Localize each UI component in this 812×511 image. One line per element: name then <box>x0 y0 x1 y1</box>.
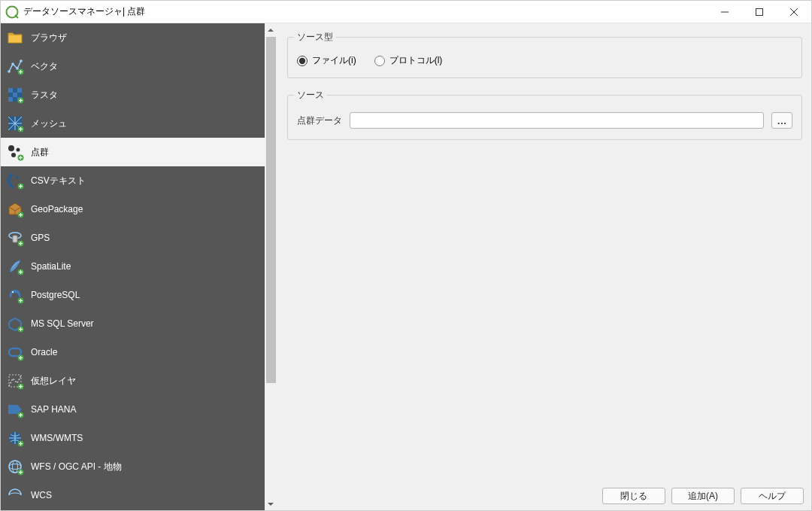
browse-button[interactable]: … <box>771 112 792 129</box>
content-panel: ソース型 ファイル(i) プロトコル(l) ソース 点群データ <box>277 23 811 510</box>
sidebar-item-label: ベクタ <box>31 60 58 73</box>
sidebar-item-virtual[interactable]: 仮想レイヤ <box>1 367 265 395</box>
sidebar-item-csv[interactable]: CSVテキスト <box>1 166 265 195</box>
sidebar-item-pointcloud[interactable]: 点群 <box>1 138 265 166</box>
svg-point-7 <box>11 62 14 65</box>
csv-icon <box>7 172 23 189</box>
radio-file-label: ファイル(i) <box>312 54 356 67</box>
sidebar-item-label: GeoPackage <box>31 204 83 214</box>
sidebar-item-mesh[interactable]: メッシュ <box>1 109 265 138</box>
sidebar-item-label: WCS <box>31 490 52 500</box>
virtual-layer-icon <box>7 373 23 389</box>
sidebar-item-wcs[interactable]: WCS <box>1 481 265 509</box>
add-button[interactable]: 追加(A) <box>671 488 735 504</box>
oracle-icon <box>7 344 23 360</box>
maximize-button[interactable] <box>742 1 777 23</box>
geopackage-icon <box>7 201 23 217</box>
saphana-icon <box>7 401 23 418</box>
svg-line-1 <box>15 15 18 18</box>
sidebar-item-label: 点群 <box>31 146 49 159</box>
sidebar-item-geopackage[interactable]: GeoPackage <box>1 195 265 224</box>
globe-wire-icon <box>7 458 23 475</box>
pointcloud-path-input[interactable] <box>350 112 764 129</box>
minimize-button[interactable] <box>707 1 742 23</box>
svg-point-32 <box>16 175 19 178</box>
database-icon <box>7 315 23 332</box>
sidebar-item-browser[interactable]: ブラウザ <box>1 23 265 52</box>
sidebar-item-label: GPS <box>31 233 50 243</box>
sidebar-item-label: ブラウザ <box>31 32 67 44</box>
svg-point-28 <box>11 153 16 157</box>
ellipsis-icon: … <box>777 115 786 126</box>
svg-point-9 <box>20 59 23 62</box>
svg-rect-17 <box>8 97 13 102</box>
scroll-up-arrow-icon[interactable] <box>265 23 277 36</box>
vector-icon <box>7 58 23 75</box>
sidebar-item-gps[interactable]: GPS <box>1 224 265 252</box>
radio-file[interactable]: ファイル(i) <box>297 54 356 67</box>
sidebar-item-mssql[interactable]: MS SQL Server <box>1 309 265 338</box>
radio-protocol-input[interactable] <box>374 56 385 66</box>
source-field-label: 点群データ <box>297 114 342 127</box>
mesh-icon <box>7 115 23 132</box>
radio-file-input[interactable] <box>297 56 308 66</box>
sidebar-item-label: PostgreSQL <box>31 290 80 300</box>
sidebar-item-label: Oracle <box>31 347 57 357</box>
radio-protocol-label: プロトコル(l) <box>389 54 443 67</box>
source-type-legend: ソース型 <box>294 31 336 44</box>
help-button[interactable]: ヘルプ <box>741 488 804 504</box>
source-group: ソース 点群データ … <box>287 89 802 140</box>
window-title: データソースマネージャ| 点群 <box>23 5 145 18</box>
sidebar-item-label: 仮想レイヤ <box>31 375 76 388</box>
feather-icon <box>7 258 23 275</box>
svg-rect-3 <box>756 8 763 15</box>
close-window-button[interactable] <box>777 1 811 23</box>
sidebar-item-label: MS SQL Server <box>31 318 94 329</box>
gps-icon <box>7 230 23 246</box>
sidebar-item-raster[interactable]: ラスタ <box>1 81 265 109</box>
sidebar-item-spatialite[interactable]: SpatiaLite <box>1 252 265 281</box>
svg-point-26 <box>8 145 14 151</box>
elephant-icon <box>7 287 23 303</box>
sidebar-item-label: ラスタ <box>31 89 58 102</box>
pointcloud-icon <box>7 144 23 160</box>
titlebar: データソースマネージャ| 点群 <box>1 1 811 23</box>
sidebar-item-label: メッシュ <box>31 117 67 130</box>
svg-rect-14 <box>8 88 13 93</box>
sidebar-item-label: SpatiaLite <box>31 261 71 272</box>
app-icon <box>5 5 19 19</box>
source-legend: ソース <box>294 89 327 102</box>
button-bar: 閉じる 追加(A) ヘルプ <box>277 483 811 510</box>
svg-point-27 <box>17 148 20 152</box>
sidebar-item-label: WFS / OGC API - 地物 <box>31 461 122 473</box>
radio-protocol[interactable]: プロトコル(l) <box>374 54 443 67</box>
sidebar-item-postgresql[interactable]: PostgreSQL <box>1 281 265 309</box>
scroll-down-arrow-icon[interactable] <box>265 497 277 510</box>
svg-point-6 <box>8 70 11 73</box>
sidebar-item-saphana[interactable]: SAP HANA <box>1 395 265 424</box>
close-button[interactable]: 閉じる <box>602 488 665 504</box>
globe-icon <box>7 430 23 446</box>
sidebar-item-wfs[interactable]: WFS / OGC API - 地物 <box>1 452 265 481</box>
sidebar-item-label: WMS/WMTS <box>31 433 83 443</box>
source-type-group: ソース型 ファイル(i) プロトコル(l) <box>287 31 802 78</box>
folder-icon <box>7 29 23 46</box>
sidebar-item-oracle[interactable]: Oracle <box>1 338 265 367</box>
sidebar-item-vector[interactable]: ベクタ <box>1 52 265 81</box>
svg-point-48 <box>12 291 14 293</box>
sidebar-item-wms[interactable]: WMS/WMTS <box>1 424 265 452</box>
sidebar-item-label: SAP HANA <box>31 404 76 415</box>
sidebar-scrollbar[interactable] <box>265 23 277 510</box>
svg-rect-15 <box>17 88 22 93</box>
sidebar-item-label: CSVテキスト <box>31 175 86 187</box>
globe-half-icon <box>7 487 23 503</box>
raster-icon <box>7 87 23 103</box>
sidebar: ブラウザ ベクタ ラスタ <box>1 23 265 510</box>
scroll-thumb[interactable] <box>266 37 276 383</box>
